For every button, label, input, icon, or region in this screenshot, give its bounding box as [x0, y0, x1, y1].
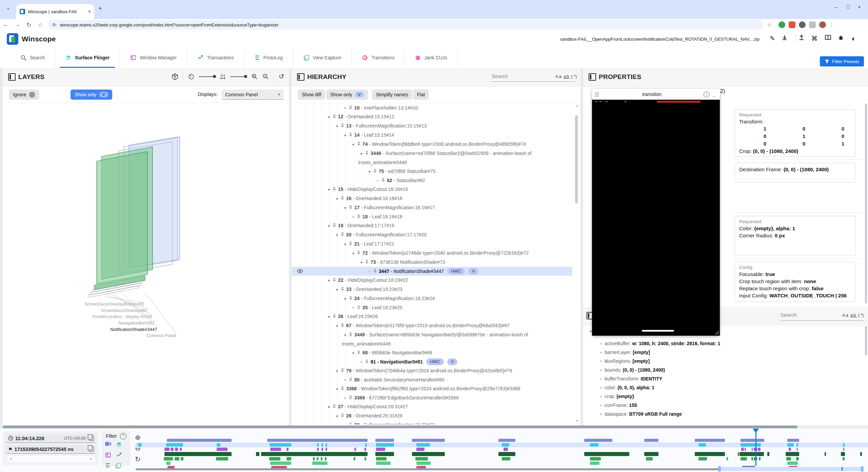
rotation-dial-icon[interactable]	[188, 74, 194, 80]
trace-tab-transitions[interactable]: Transitions	[352, 47, 405, 68]
expand-arrow-icon[interactable]: ▾	[326, 113, 332, 121]
tab-close-icon[interactable]: ×	[88, 9, 91, 14]
spacing-slider[interactable]	[230, 76, 246, 77]
pin-node-icon[interactable]	[332, 114, 336, 119]
tree-node-17[interactable]: ▾17 - FullscreenMagnification:16:16#17	[292, 203, 572, 212]
scroll-up-arrow[interactable]: ▲	[576, 104, 579, 107]
tree-node-24[interactable]: ▾24 - FullscreenMagnification:18:23#24	[292, 294, 572, 303]
reset-view-icon[interactable]: ↺	[279, 73, 284, 80]
expand-arrow-icon[interactable]: ▾	[326, 221, 332, 230]
bookmark-star-icon[interactable]: ☆	[764, 22, 775, 28]
transition-preview-window[interactable]: transition i _	[592, 89, 720, 336]
expand-arrow-icon[interactable]: ▾	[334, 321, 340, 330]
pin-node-icon[interactable]	[340, 287, 344, 291]
layer-spacing-icon[interactable]	[220, 74, 225, 79]
property-item[interactable]: bufferTransform: IDENTITY	[583, 374, 865, 383]
zoom-in-icon[interactable]	[251, 73, 258, 80]
hierarchy-scrollbar[interactable]	[575, 115, 578, 203]
pin-node-icon[interactable]	[357, 350, 361, 355]
pin-node-icon[interactable]	[332, 187, 336, 191]
expand-arrow-icon[interactable]: ▾	[334, 194, 340, 203]
collapse-panel-icon[interactable]	[8, 73, 16, 81]
tree-node-3368[interactable]: ▾3368 - WindowToken{f6b2f60 type=2024 an…	[292, 384, 572, 393]
pin-node-icon[interactable]	[332, 314, 336, 318]
pin-node-icon[interactable]	[349, 241, 353, 246]
pin-node-icon[interactable]	[332, 223, 336, 228]
timeline-canvas[interactable]	[0, 429, 868, 472]
pin-node-icon[interactable]	[340, 386, 344, 391]
trace-tab-view-capture[interactable]: View Capture	[293, 47, 352, 68]
pin-node-icon[interactable]	[349, 395, 353, 400]
expand-arrow-icon[interactable]: ▾	[326, 276, 332, 285]
pin-node-icon[interactable]	[332, 278, 336, 282]
home-icon[interactable]: ⌂	[35, 21, 46, 28]
zoom-out-icon[interactable]	[262, 73, 269, 80]
pin-node-icon[interactable]	[365, 151, 369, 155]
property-item[interactable]: crop: {empty}	[583, 392, 865, 401]
pin-node-icon[interactable]	[381, 178, 385, 182]
show-only-v-button[interactable]: Show only V	[71, 90, 112, 100]
expand-arrow-icon[interactable]: ▾	[342, 421, 349, 425]
report-bug-icon[interactable]	[836, 35, 846, 42]
timeline-cursor-handle[interactable]	[753, 429, 759, 433]
tree-node-68[interactable]: ▾68 - 885b63e NavigationBar0#68	[292, 348, 572, 357]
expand-arrow-icon[interactable]: ▾	[334, 412, 340, 420]
regex-icon[interactable]: (.*)	[571, 74, 577, 79]
pin-node-icon[interactable]	[349, 332, 353, 337]
site-settings-icon[interactable]: ⚙-	[52, 22, 57, 27]
trace-tab-transactions[interactable]: Transactions	[187, 47, 244, 68]
hierarchy-search-input[interactable]: Search	[492, 73, 508, 79]
minimize-icon[interactable]: _	[713, 91, 716, 97]
match-word-icon[interactable]: ab	[564, 74, 570, 79]
property-item[interactable]: bounds: (0, 0) - (1080, 2400)	[583, 366, 865, 374]
tree-node-29[interactable]: ▾29 - FullscreenMagnification:26:27#29	[292, 420, 572, 425]
layer-label[interactable]: NavigationBar0#81	[3, 321, 155, 326]
edit-icon[interactable]: ✎	[768, 35, 777, 42]
window-close-icon[interactable]: ×	[858, 4, 861, 10]
tree-node-3369[interactable]: 3369 - 67726bf EdgeBackGestureHandler0#3…	[292, 393, 572, 402]
scroll-down-arrow[interactable]: ▼	[576, 419, 579, 422]
flat-button[interactable]: Flat	[413, 90, 429, 100]
properties-search-input[interactable]: Search	[781, 312, 797, 318]
trace-tab-jank-cujs[interactable]: Jank CUJs	[405, 47, 458, 68]
window-title-bar[interactable]: transition i _	[592, 89, 720, 100]
pin-node-icon[interactable]	[340, 368, 344, 373]
tree-node-10[interactable]: 10 - ImePlaceholder:13:14#10	[292, 103, 572, 112]
pin-node-icon[interactable]	[340, 323, 344, 328]
address-bar[interactable]: ⚙- winscope.teams.x20web.corp.google.com…	[48, 20, 764, 29]
simplify-names-button[interactable]: Simplify names	[372, 90, 412, 100]
window-maximize-icon[interactable]: ▢	[846, 4, 850, 9]
pin-node-icon[interactable]	[357, 142, 361, 146]
expand-arrow-icon[interactable]: ▾	[326, 312, 332, 321]
expand-arrow-icon[interactable]: ▾	[342, 203, 349, 212]
tree-node-25[interactable]: 25 - Leaf:18:23#25	[292, 303, 572, 312]
tree-node-19[interactable]: ▾19 - OneHanded:17:17#19	[292, 221, 572, 230]
expand-arrow-icon[interactable]: ▾	[358, 149, 365, 158]
expand-arrow-icon[interactable]: ▾	[334, 385, 340, 393]
ignore-button[interactable]: Ignore	[9, 90, 39, 100]
expand-arrow-icon[interactable]: ▾	[366, 167, 373, 176]
pin-node-icon[interactable]	[349, 296, 353, 300]
info-icon[interactable]: i	[704, 92, 709, 97]
expand-arrow-icon[interactable]: ▾	[326, 185, 332, 194]
expand-arrow-icon[interactable]: ▾	[326, 402, 332, 411]
layer-label[interactable]: ScreenDecorOverlay#60	[3, 308, 147, 313]
layer-label[interactable]: ScreenDecorOverlayBottom#61	[3, 302, 144, 307]
browser-tab[interactable]: Winscope | sandbox-FAIl ×	[16, 4, 94, 19]
expand-arrow-icon[interactable]: ▾	[334, 367, 340, 375]
layer-label[interactable]: PointerLocation - display 0#134	[3, 314, 152, 319]
pin-node-icon[interactable]	[349, 105, 353, 110]
rotation-slider[interactable]	[199, 76, 215, 77]
expand-arrow-icon[interactable]: ▾	[334, 231, 340, 239]
match-case-icon[interactable]: Aa	[555, 74, 562, 79]
pin-node-icon[interactable]	[349, 205, 353, 210]
pin-node-icon[interactable]	[340, 123, 344, 128]
trace-tab-search[interactable]: Search	[10, 47, 55, 68]
tree-node-80[interactable]: 80 - ace6abb SecondaryHomeHandle0#80	[292, 375, 572, 384]
tree-node-23[interactable]: ▾23 - OneHanded:18:23#23	[292, 285, 572, 294]
window-minimize-icon[interactable]: –	[835, 4, 837, 10]
tab-search-chevron-icon[interactable]: ⌄	[6, 5, 11, 11]
layers-3d-view[interactable]	[3, 103, 289, 425]
tree-node-21[interactable]: ▾21 - Leaf:17:17#21	[292, 239, 572, 249]
expand-arrow-icon[interactable]: ▾	[350, 349, 357, 357]
